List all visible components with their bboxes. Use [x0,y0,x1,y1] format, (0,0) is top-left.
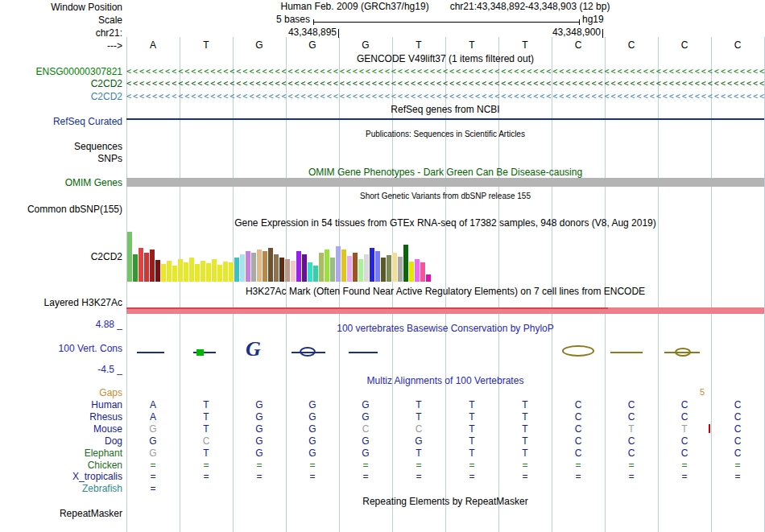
align-cell: = [498,460,552,471]
align-cell: T [658,423,711,435]
gtex-bar [330,258,335,282]
gene-label-c2cd2-blue[interactable]: C2CD2 [0,91,122,102]
align-cell: = [605,460,658,471]
h3k27ac-track[interactable] [126,307,764,314]
cons-track-label[interactable]: 100 Vert. Cons [0,343,122,354]
align-cell: T [180,423,233,435]
dbsnp-label[interactable]: Common dbSNP(155) [0,204,122,215]
gtex-gene-label[interactable]: C2CD2 [0,251,122,262]
align-cell: C [339,423,392,435]
scale-value: 5 bases [221,14,310,25]
align-cell: = [445,460,498,471]
align-cell: G [339,447,392,459]
gtex-bar [319,253,324,282]
base-letter: C [711,39,764,51]
gtex-bar [426,274,431,282]
base-letter: A [126,39,180,51]
gtex-bar [268,248,273,282]
cons-loop [300,347,316,357]
align-cell: C [552,399,605,410]
align-cell: = [605,471,658,482]
align-cell: = [658,460,711,471]
species-label-human[interactable]: Human [0,399,122,410]
gene-label-c2cd2-green[interactable]: C2CD2 [0,78,122,89]
refseq-title: RefSeq genes from NCBI [126,104,764,115]
base-letter: G [233,39,286,51]
gtex-bar [217,265,222,282]
species-label-gaps[interactable]: Gaps [0,387,122,398]
align-cell: G [339,435,392,447]
align-cell: = [711,471,764,482]
gtex-bar [398,257,403,282]
align-cell: C [552,423,605,435]
gene-arrow-row[interactable]: <<<<<<<<<<<<<<<<<<<<<<<<<<<<<<<<<<<<<<<<… [126,78,764,89]
align-cell: = [286,460,339,471]
gene-arrow-row[interactable]: <<<<<<<<<<<<<<<<<<<<<<<<<<<<<<<<<<<<<<<<… [126,66,764,76]
align-cell: T [445,447,498,459]
multiz-title: Multiz Alignments of 100 Vertebrates [126,375,764,386]
species-label-rhesus[interactable]: Rhesus [0,411,122,423]
strand-arrow-label: ---> [0,40,122,52]
scale-label: Scale [0,14,122,26]
align-cell: T [498,399,552,410]
gene-label-ensg00000307821[interactable]: ENSG00000307821 [0,66,122,77]
align-cell: = [658,471,711,482]
h3k27ac-label[interactable]: Layered H3K27Ac [0,297,122,308]
base-letter: T [445,39,498,51]
gtex-bar [302,254,307,282]
species-label-dog[interactable]: Dog [0,435,122,447]
species-label-x_tropicalis[interactable]: X_tropicalis [0,471,122,482]
species-label-mouse[interactable]: Mouse [0,423,122,435]
repeatmasker-label[interactable]: RepeatMasker [0,508,122,519]
gtex-bar [370,248,374,282]
gtex-bar [392,253,397,282]
align-cell: = [233,471,286,482]
align-cell: C [552,435,605,447]
cons-dash [610,352,643,353]
align-cell: C [180,435,233,447]
gtex-bar [375,251,380,282]
gtex-bar [291,261,296,282]
align-cell: T [392,447,445,459]
species-label-zebrafish[interactable]: Zebrafish [0,483,122,494]
align-cell: T [392,399,445,410]
genome-tag: hg19 [582,14,604,25]
align-cell: G [286,411,339,423]
scale-ruler [313,19,580,25]
cons-max-label: 4.88 _ [0,319,122,330]
gtex-barchart[interactable] [126,232,764,282]
gtex-bar [178,259,183,282]
sequences-label[interactable]: Sequences [0,141,122,152]
gtex-bar [381,258,386,282]
align-cell: G [233,447,286,459]
refseq-track[interactable] [126,118,764,120]
align-cell: C [711,435,764,447]
align-cell: = [552,460,605,471]
align-cell: G [286,423,339,435]
align-cell: G [392,435,445,447]
snps-label[interactable]: SNPs [0,153,122,164]
gtex-bar [161,264,166,282]
omim-track[interactable] [126,178,764,187]
insert-tick [709,424,710,433]
gtex-bar [195,264,200,282]
gtex-bar [139,248,143,282]
gtex-bar [285,259,290,282]
position-range: chr21:43,348,892-43,348,903 (12 bp) [450,1,610,12]
insert-count: 5 [700,387,716,397]
gtex-bar [364,254,369,282]
align-cell: C [711,399,764,410]
species-label-elephant[interactable]: Elephant [0,447,122,459]
omim-genes-label[interactable]: OMIM Genes [0,177,122,188]
gtex-bar [234,258,239,282]
genome-browser: Human Feb. 2009 (GRCh37/hg19)chr21:43,34… [0,0,765,532]
refseq-curated-label[interactable]: RefSeq Curated [0,116,122,127]
align-cell: C [711,411,764,423]
align-cell: T [180,399,233,410]
species-label-chicken[interactable]: Chicken [0,460,122,471]
align-cell: = [552,471,605,482]
gene-arrow-row[interactable]: <<<<<<<<<<<<<<<<<<<<<<<<<<<<<<<<<<<<<<<<… [126,91,764,101]
gtex-bar [387,255,391,282]
align-cell: C [711,423,764,435]
base-letter: C [552,39,605,51]
